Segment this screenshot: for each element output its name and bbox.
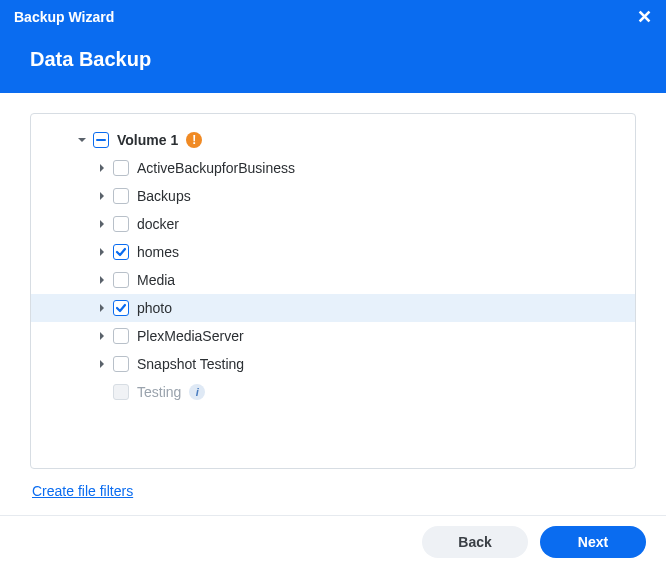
chevron-right-icon[interactable] [95, 357, 109, 371]
tree-node-label: Backups [137, 188, 191, 204]
back-button[interactable]: Back [422, 526, 528, 558]
chevron-right-icon[interactable] [95, 217, 109, 231]
chevron-right-icon[interactable] [95, 273, 109, 287]
checkbox [113, 384, 129, 400]
wizard-window: Backup Wizard ✕ Data Backup Volume 1!Act… [0, 0, 666, 568]
wizard-step-title: Data Backup [0, 34, 666, 93]
tree-node-label: Snapshot Testing [137, 356, 244, 372]
checkbox[interactable] [93, 132, 109, 148]
chevron-right-icon[interactable] [95, 301, 109, 315]
tree-node[interactable]: Volume 1! [31, 126, 635, 154]
window-title: Backup Wizard [14, 9, 114, 25]
tree-node-label: docker [137, 216, 179, 232]
tree-node-label: PlexMediaServer [137, 328, 244, 344]
wizard-footer: Back Next [0, 515, 666, 568]
checkbox[interactable] [113, 300, 129, 316]
tree-node[interactable]: PlexMediaServer [31, 322, 635, 350]
chevron-down-icon[interactable] [75, 133, 89, 147]
chevron-right-icon[interactable] [95, 161, 109, 175]
step-title: Data Backup [30, 48, 151, 70]
tree-node[interactable]: Testingi [31, 378, 635, 406]
next-button[interactable]: Next [540, 526, 646, 558]
tree-node[interactable]: homes [31, 238, 635, 266]
tree-node-label: Media [137, 272, 175, 288]
tree-node-label: homes [137, 244, 179, 260]
info-icon[interactable]: i [189, 384, 205, 400]
warning-icon: ! [186, 132, 202, 148]
titlebar: Backup Wizard ✕ [0, 0, 666, 34]
tree-node[interactable]: Media [31, 266, 635, 294]
checkbox[interactable] [113, 216, 129, 232]
tree-node[interactable]: ActiveBackupforBusiness [31, 154, 635, 182]
checkbox[interactable] [113, 244, 129, 260]
create-file-filters-link[interactable]: Create file filters [32, 483, 133, 499]
folder-tree: Volume 1!ActiveBackupforBusinessBackupsd… [30, 113, 636, 469]
checkbox[interactable] [113, 272, 129, 288]
tree-node[interactable]: Snapshot Testing [31, 350, 635, 378]
checkbox[interactable] [113, 356, 129, 372]
close-icon[interactable]: ✕ [637, 8, 652, 26]
chevron-right-icon[interactable] [95, 329, 109, 343]
filters-row: Create file filters [30, 469, 636, 505]
tree-node-label: Testing [137, 384, 181, 400]
tree-node-label: ActiveBackupforBusiness [137, 160, 295, 176]
tree-node-label: Volume 1 [117, 132, 178, 148]
tree-node[interactable]: photo [31, 294, 635, 322]
checkbox[interactable] [113, 160, 129, 176]
tree-node[interactable]: docker [31, 210, 635, 238]
chevron-right-icon[interactable] [95, 189, 109, 203]
checkbox[interactable] [113, 188, 129, 204]
tree-node-label: photo [137, 300, 172, 316]
checkbox[interactable] [113, 328, 129, 344]
tree-node[interactable]: Backups [31, 182, 635, 210]
chevron-right-icon[interactable] [95, 245, 109, 259]
wizard-body: Volume 1!ActiveBackupforBusinessBackupsd… [0, 93, 666, 515]
